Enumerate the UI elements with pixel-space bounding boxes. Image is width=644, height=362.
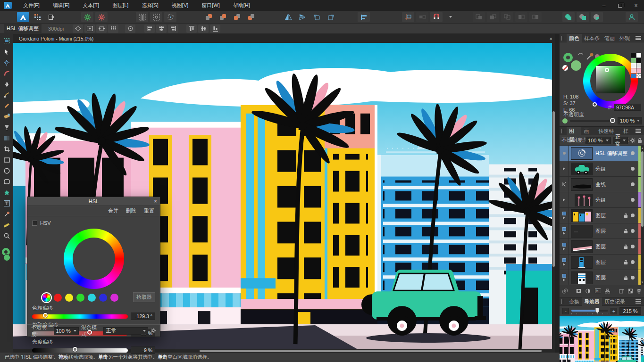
insert-behind-icon[interactable] bbox=[501, 12, 513, 22]
buildings-thumbnail[interactable] bbox=[571, 209, 593, 222]
layers-scrollbar[interactable]: ▲ ▼ bbox=[641, 146, 644, 285]
dialog-gear-icon[interactable] bbox=[151, 328, 156, 334]
restore-button[interactable] bbox=[612, 0, 628, 11]
tab-color[interactable]: 颜色 bbox=[567, 34, 582, 42]
swatch-yellow[interactable] bbox=[65, 294, 73, 302]
pencil-tool[interactable] bbox=[1, 100, 12, 111]
hue-wheel[interactable] bbox=[64, 229, 124, 289]
layers-blend-dropdown[interactable]: 正常 bbox=[613, 137, 628, 144]
menu-window[interactable]: 窗口[W] bbox=[195, 0, 226, 11]
close-button[interactable]: × bbox=[628, 0, 644, 11]
layer-visibility-toggle[interactable] bbox=[631, 198, 635, 202]
shape-tool[interactable] bbox=[1, 187, 12, 198]
account-icon[interactable] bbox=[626, 12, 638, 22]
ellipse-tool[interactable] bbox=[1, 165, 12, 176]
move-tool[interactable] bbox=[1, 46, 12, 57]
adjustment-layer-icon[interactable] bbox=[585, 288, 590, 294]
swatch-red[interactable] bbox=[54, 294, 62, 302]
dialog-opacity-dropdown[interactable]: 100 % bbox=[54, 327, 79, 335]
color-picker-tool[interactable] bbox=[1, 209, 12, 220]
swatch-green[interactable] bbox=[76, 294, 84, 302]
snap-options-chevron-icon[interactable] bbox=[444, 12, 457, 22]
disabled-gear-icon[interactable] bbox=[95, 12, 108, 22]
layer-row-group-palms[interactable]: 分组 bbox=[560, 192, 644, 208]
text-tool[interactable] bbox=[1, 198, 12, 209]
snap-grid-icon[interactable] bbox=[136, 12, 148, 22]
order-back-icon[interactable] bbox=[245, 12, 258, 22]
pen-tool[interactable] bbox=[1, 79, 12, 90]
layer-effects-icon[interactable]: fx bbox=[595, 288, 601, 294]
panel-menu-icon[interactable] bbox=[636, 129, 641, 133]
road-thumbnail[interactable] bbox=[571, 240, 593, 253]
align-center-icon[interactable] bbox=[156, 25, 167, 33]
panel-grip[interactable] bbox=[561, 299, 564, 304]
menu-select[interactable]: 选择[S] bbox=[135, 0, 165, 11]
export-persona-icon[interactable] bbox=[45, 12, 58, 22]
vector-brush-tool[interactable] bbox=[1, 111, 12, 122]
insert-inside-icon[interactable] bbox=[473, 12, 485, 22]
hsl-dialog-close-icon[interactable]: × bbox=[154, 198, 157, 205]
point-transform-tool[interactable] bbox=[1, 57, 12, 68]
tab-navigator[interactable]: 导航器 bbox=[582, 297, 602, 306]
snap-rotate-icon[interactable] bbox=[164, 12, 176, 22]
menu-text[interactable]: 文本[T] bbox=[76, 0, 106, 11]
hex-input[interactable]: 97C98A bbox=[614, 104, 641, 111]
layer-row-hsl-adjustment[interactable]: HSL 偏移调整 bbox=[560, 146, 644, 161]
tab-stroke[interactable]: 笔画 bbox=[602, 34, 617, 42]
swatch-magenta[interactable] bbox=[110, 294, 118, 302]
layer-visibility-toggle[interactable] bbox=[631, 182, 635, 186]
layer-row-group-car[interactable]: 分组 bbox=[560, 161, 644, 177]
insert-before-icon[interactable] bbox=[515, 12, 527, 22]
snap-pixels-icon[interactable] bbox=[416, 12, 428, 22]
reset-button[interactable]: 重置 bbox=[144, 207, 154, 214]
document-tab[interactable]: Giordano Poloni - Miami (215.0%) bbox=[13, 36, 99, 41]
group-layers-icon[interactable] bbox=[605, 288, 610, 294]
minimize-button[interactable]: – bbox=[596, 0, 612, 11]
crop-tool[interactable] bbox=[1, 144, 12, 155]
layer-lock-icon[interactable] bbox=[624, 213, 628, 218]
color-wheel[interactable] bbox=[583, 54, 638, 108]
menu-view[interactable]: 视图[V] bbox=[165, 0, 195, 11]
adjustment-thumbnail[interactable] bbox=[571, 147, 593, 160]
saturation-lightness-box[interactable] bbox=[596, 66, 625, 93]
navigator-thumbnail[interactable] bbox=[560, 316, 644, 362]
layer-row-curves[interactable]: 曲线 bbox=[560, 177, 644, 192]
tab-brushes[interactable]: 画笔 bbox=[581, 127, 596, 135]
no-color-icon[interactable] bbox=[562, 65, 568, 71]
tab-styles[interactable]: 样式 bbox=[621, 127, 636, 135]
fill-tool[interactable] bbox=[1, 122, 12, 133]
zoom-slider[interactable] bbox=[571, 308, 608, 314]
cycle-selection-box-icon[interactable] bbox=[73, 25, 83, 33]
opacity-slider[interactable] bbox=[570, 120, 615, 122]
menu-edit[interactable]: 编辑[E] bbox=[46, 0, 76, 11]
layer-row-white-building[interactable]: 图层 bbox=[560, 270, 644, 285]
group-car-thumbnail[interactable] bbox=[571, 163, 593, 175]
new-pixel-layer-icon[interactable] bbox=[628, 288, 633, 294]
hsv-checkbox[interactable] bbox=[32, 221, 37, 226]
measure-tool[interactable] bbox=[1, 220, 12, 230]
blend-mode-dropdown[interactable]: 正常 bbox=[103, 327, 148, 335]
swatch-blue[interactable] bbox=[99, 294, 107, 302]
zoom-in-button[interactable]: + bbox=[611, 308, 617, 314]
hsl-dialog-titlebar[interactable]: HSL × bbox=[27, 197, 160, 206]
transparency-tool[interactable] bbox=[1, 133, 12, 144]
snap-magnet-icon[interactable] bbox=[430, 12, 443, 22]
canvas-vertical-scrollbar[interactable] bbox=[552, 43, 555, 349]
alignment-icon[interactable] bbox=[358, 12, 370, 22]
layer-visibility-toggle[interactable] bbox=[631, 167, 635, 171]
blue-building-thumbnail[interactable] bbox=[571, 256, 593, 269]
bool-intersect-icon[interactable] bbox=[591, 12, 603, 22]
stroke-swatch[interactable] bbox=[563, 53, 573, 62]
snap-mid-icon[interactable] bbox=[150, 12, 162, 22]
hsl-dialog[interactable]: HSL × 合并 删除 重置 HSV 拾取器 色相偏移 bbox=[27, 197, 160, 337]
bool-subtract-icon[interactable] bbox=[577, 12, 589, 22]
panel-menu-icon[interactable] bbox=[636, 36, 641, 40]
delete-button[interactable]: 删除 bbox=[126, 207, 136, 214]
performance-gear-icon[interactable] bbox=[81, 12, 93, 22]
fill-color-well[interactable] bbox=[3, 254, 10, 261]
layer-lock-icon[interactable] bbox=[624, 244, 628, 249]
align-middle-icon[interactable] bbox=[198, 25, 209, 33]
order-forward-icon[interactable] bbox=[217, 12, 229, 22]
swatch-cyan[interactable] bbox=[88, 294, 96, 302]
layer-lock-icon[interactable] bbox=[624, 275, 628, 280]
